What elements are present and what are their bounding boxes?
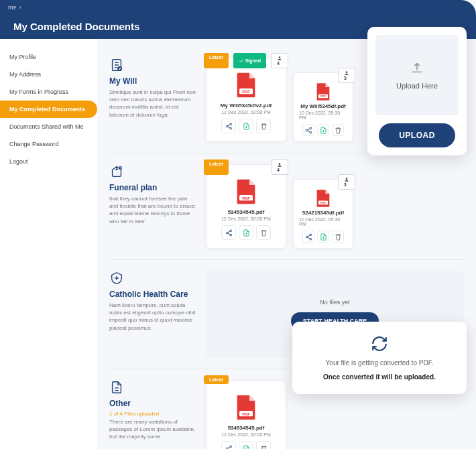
svg-point-15 — [279, 163, 281, 165]
svg-point-20 — [229, 234, 231, 236]
svg-point-13 — [309, 131, 311, 133]
sidebar-item-password[interactable]: Change Password — [0, 135, 97, 153]
delete-button[interactable] — [256, 225, 271, 240]
svg-point-6 — [226, 125, 228, 127]
file-card[interactable]: LatestSigned 4 PDF My Will5345dfv2.pdf 1… — [206, 58, 286, 142]
pdf-icon: PDF — [235, 178, 257, 205]
svg-point-26 — [309, 238, 311, 240]
svg-point-12 — [306, 129, 308, 131]
share-button[interactable] — [302, 124, 314, 136]
upload-button[interactable]: UPLOAD — [379, 123, 455, 147]
sidebar-item-profile[interactable]: My Profile — [0, 48, 97, 66]
breadcrumb[interactable]: me › — [8, 4, 21, 11]
pdf-icon: PDF — [315, 82, 331, 101]
section-title: My Will — [109, 76, 196, 86]
section-description: that they cannot foresee the pain and tr… — [109, 195, 196, 225]
file-date: 10 Dec 2022, 05:30 PM — [299, 217, 347, 227]
sidebar-item-forms[interactable]: My Forms in Progress — [0, 83, 97, 101]
delete-button[interactable] — [332, 231, 344, 243]
section-description: Nam libero tempore, cum soluta nobis est… — [109, 302, 196, 332]
svg-point-18 — [229, 229, 231, 231]
svg-text:PDF: PDF — [242, 412, 250, 416]
svg-point-7 — [229, 127, 231, 129]
share-count-badge: 3 — [338, 68, 355, 83]
file-cards: Latest 4 PDF 534534545.pdf 12 Dec 2022, … — [206, 164, 464, 249]
section: Funeral plan that they cannot foresee th… — [109, 153, 464, 260]
svg-point-11 — [309, 127, 311, 129]
upload-dropzone[interactable]: Upload Here — [375, 35, 459, 115]
latest-badge: Latest — [204, 375, 229, 384]
dropzone-label: Upload Here — [396, 82, 438, 90]
svg-point-19 — [226, 232, 228, 234]
pdf-icon: PDF — [235, 394, 257, 421]
svg-point-5 — [229, 123, 231, 125]
page-title: My Completed Documents — [13, 21, 139, 32]
sidebar-item-logout[interactable]: Logout — [0, 153, 97, 170]
share-count-badge: 3 — [338, 174, 355, 190]
toast-message-1: Your file is getting converted to PDF. — [326, 359, 434, 367]
refresh-icon — [371, 335, 388, 352]
download-button[interactable] — [239, 225, 253, 240]
toast-message-2: Once converted it will be uploaded. — [323, 373, 436, 381]
svg-text:PDF: PDF — [320, 94, 326, 98]
delete-button[interactable] — [256, 441, 271, 449]
latest-badge: Latest — [204, 53, 229, 68]
latest-badge: Latest — [204, 159, 229, 175]
share-button[interactable] — [221, 225, 236, 240]
download-button[interactable] — [239, 441, 253, 449]
svg-point-29 — [229, 445, 231, 447]
share-count-badge: 4 — [271, 159, 288, 175]
svg-text:PDF: PDF — [242, 90, 250, 94]
svg-point-2 — [279, 56, 281, 58]
svg-point-25 — [306, 236, 308, 238]
pdf-icon: PDF — [315, 189, 331, 208]
file-name: 534534545.pdf — [228, 425, 265, 431]
chevron-right-icon: › — [19, 4, 21, 11]
file-date: 10 Dec 2022, 05:30 PM — [299, 111, 347, 120]
svg-point-8 — [346, 71, 348, 73]
file-name: 524215345df.pdf — [302, 210, 344, 216]
file-card[interactable]: 3 PDF 524215345df.pdf 10 Dec 2022, 05:30… — [293, 179, 353, 249]
section-icon — [109, 164, 196, 179]
section-title: Catholic Health Care — [109, 290, 196, 299]
upload-icon — [410, 60, 424, 75]
file-date: 12 Dec 2022, 02:00 PM — [221, 110, 271, 115]
section-title: Other — [109, 399, 196, 408]
sidebar-item-address[interactable]: My Address — [0, 66, 97, 83]
file-name: My Will5345dfv2.pdf — [221, 103, 272, 109]
file-card[interactable]: 3 PDF My Will5345df.pdf 10 Dec 2022, 05:… — [293, 72, 353, 142]
section-icon — [109, 271, 196, 285]
file-date: 12 Dec 2022, 02:00 PM — [221, 432, 271, 437]
delete-button[interactable] — [256, 119, 271, 133]
svg-text:PDF: PDF — [320, 201, 326, 204]
delete-button[interactable] — [332, 124, 344, 136]
section-icon — [109, 58, 196, 72]
pdf-icon: PDF — [235, 72, 257, 99]
download-button[interactable] — [317, 124, 329, 136]
download-button[interactable] — [239, 119, 253, 133]
section-title: Funeral plan — [109, 183, 196, 192]
upload-panel: Upload Here UPLOAD — [367, 27, 467, 155]
share-button[interactable] — [302, 231, 314, 243]
svg-point-24 — [309, 233, 311, 235]
download-button[interactable] — [317, 231, 329, 243]
share-count-badge: 4 — [271, 53, 288, 68]
file-date: 12 Dec 2022, 02:00 PM — [221, 216, 271, 221]
sidebar-item-completed[interactable]: My Completed Documents — [0, 101, 97, 118]
svg-text:PDF: PDF — [242, 196, 250, 200]
file-card[interactable]: Latest PDF 534534545.pdf 12 Dec 2022, 02… — [206, 380, 286, 449]
svg-point-14 — [119, 167, 122, 170]
sidebar-item-shared[interactable]: Documents Shared with Me — [0, 118, 97, 135]
signed-badge: Signed — [233, 53, 266, 68]
section-icon — [109, 380, 196, 395]
empty-text: No files yet — [320, 299, 350, 306]
section-subtitle: 1 of 4 Files uploaded — [109, 411, 196, 417]
section-description: Similique sunt in culpa qui Proin non se… — [109, 88, 196, 119]
section-description: There are many variations of passages of… — [109, 418, 196, 441]
file-card[interactable]: Latest 4 PDF 534534545.pdf 12 Dec 2022, … — [206, 164, 286, 249]
sidebar: My Profile My Address My Forms in Progre… — [0, 39, 97, 449]
svg-point-21 — [346, 178, 348, 180]
breadcrumb-home[interactable]: me — [8, 4, 17, 11]
share-button[interactable] — [221, 119, 236, 133]
share-button[interactable] — [221, 441, 236, 449]
